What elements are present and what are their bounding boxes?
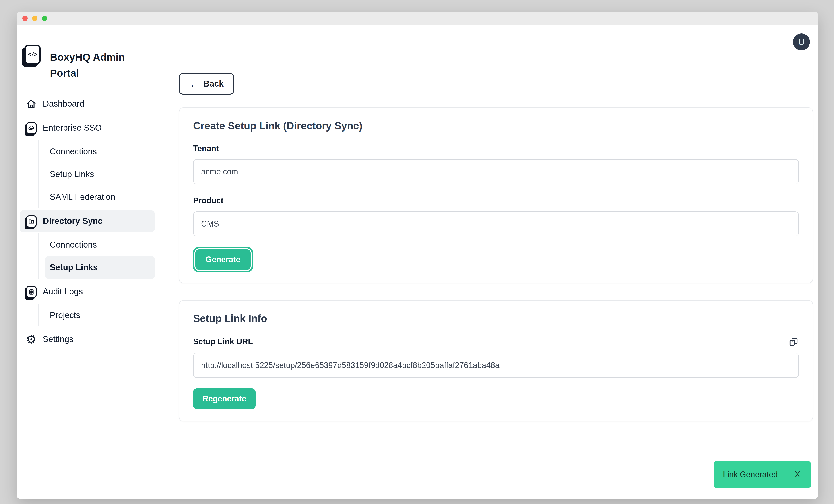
setup-link-info-card: Setup Link Info Setup Link URL — [179, 300, 813, 421]
toast-close-button[interactable]: X — [795, 470, 800, 479]
audit-logs-submenu: Projects — [38, 304, 155, 327]
app-title: BoxyHQ Admin Portal — [50, 49, 125, 81]
copy-to-clipboard-button[interactable] — [789, 337, 799, 347]
user-avatar[interactable]: U — [793, 34, 810, 50]
product-input[interactable] — [193, 212, 799, 236]
window-titlebar — [17, 12, 818, 25]
main-area: U ← Back Create Setup Link (Directory Sy… — [157, 25, 818, 499]
generate-button[interactable]: Generate — [194, 248, 251, 271]
minimize-window-button[interactable] — [32, 15, 38, 21]
setup-link-url-label: Setup Link URL — [193, 337, 253, 347]
directory-sync-submenu: Connections Setup Links — [38, 233, 155, 279]
sidebar-item-enterprise-sso[interactable]: Enterprise SSO — [20, 117, 155, 139]
sidebar-item-directory-sync[interactable]: Directory Sync — [20, 210, 155, 233]
boxyhq-logo-icon: </> — [24, 45, 41, 64]
toast-notification: Link Generated X — [714, 461, 811, 488]
sidebar-item-dashboard[interactable]: Dashboard — [20, 93, 155, 115]
tenant-label: Tenant — [193, 144, 799, 153]
desktop: </> BoxyHQ Admin Portal Dash — [0, 0, 834, 504]
sidebar-item-projects[interactable]: Projects — [39, 304, 155, 327]
arrow-left-icon: ← — [190, 79, 199, 89]
product-label: Product — [193, 196, 799, 205]
sidebar-item-saml-federation[interactable]: SAML Federation — [39, 185, 155, 208]
clipboard-icon — [25, 286, 37, 298]
app-window: </> BoxyHQ Admin Portal Dash — [17, 12, 818, 499]
card-title: Setup Link Info — [193, 313, 799, 325]
sidebar-item-sso-connections[interactable]: Connections — [39, 140, 155, 163]
sidebar-item-dsync-setup-links[interactable]: Setup Links — [45, 256, 155, 279]
card-title: Create Setup Link (Directory Sync) — [193, 120, 799, 132]
sidebar: </> BoxyHQ Admin Portal Dash — [17, 25, 157, 499]
maximize-window-button[interactable] — [42, 15, 47, 21]
sidebar-menu: Dashboard Enterprise SSO — [17, 92, 156, 351]
create-setup-link-card: Create Setup Link (Directory Sync) Tenan… — [179, 108, 813, 283]
regenerate-button[interactable]: Regenerate — [193, 389, 256, 409]
sidebar-item-dsync-connections[interactable]: Connections — [39, 233, 155, 256]
tenant-input[interactable] — [193, 159, 799, 184]
gear-icon: ⚙ — [25, 334, 37, 345]
sso-cloud-key-icon — [25, 122, 37, 134]
close-window-button[interactable] — [22, 15, 28, 21]
app-logo[interactable]: </> BoxyHQ Admin Portal — [17, 25, 156, 81]
enterprise-sso-submenu: Connections Setup Links SAML Federation — [38, 140, 155, 208]
page-content: ← Back Create Setup Link (Directory Sync… — [157, 59, 818, 421]
top-header: U — [157, 25, 818, 59]
copy-icon — [789, 337, 799, 347]
home-icon — [25, 98, 37, 109]
toast-message: Link Generated — [723, 470, 778, 479]
setup-link-url-input[interactable] — [193, 353, 799, 378]
sidebar-item-audit-logs[interactable]: Audit Logs — [20, 281, 155, 303]
folder-sync-icon — [25, 215, 37, 227]
sidebar-item-settings[interactable]: ⚙ Settings — [20, 328, 155, 351]
sidebar-item-sso-setup-links[interactable]: Setup Links — [39, 163, 155, 185]
back-button[interactable]: ← Back — [179, 73, 234, 94]
